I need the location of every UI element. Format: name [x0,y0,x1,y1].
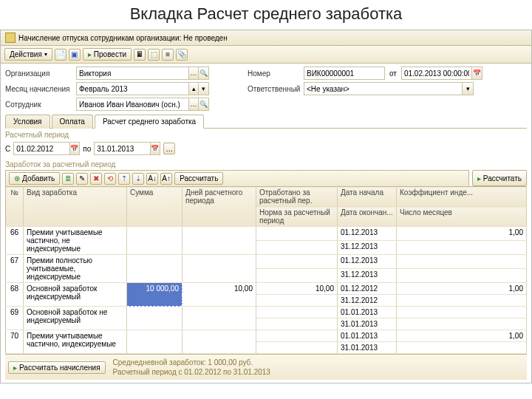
tab-conditions[interactable]: Условия [5,115,50,129]
edit-icon[interactable]: ✎ [76,173,88,185]
attach-icon[interactable]: 📎 [176,49,188,61]
org-field[interactable]: … 🔍 [76,66,209,80]
spin-up-icon[interactable]: ▴ [188,83,199,95]
app-window: Начисление отпуска сотрудникам организац… [0,30,532,383]
provesti-button[interactable]: ▸Провести [83,48,132,61]
col-days-rp[interactable]: Дней расчетного периода [183,187,256,227]
refresh-icon[interactable]: ⟲ [104,173,116,185]
sort-desc-icon[interactable]: A↑ [160,173,172,185]
new-icon[interactable]: 📄 [55,49,66,61]
org-input[interactable] [77,69,188,78]
period-to-field[interactable]: 📅 [94,142,160,155]
save-icon[interactable]: ▣ [69,49,81,61]
month-field[interactable]: ▴ ▾ [76,82,209,95]
calc-button[interactable]: Рассчитать [174,172,223,185]
calendar-icon[interactable]: 📅 [150,143,160,154]
add-button[interactable]: ⊕Добавить [9,172,60,185]
calendar-icon[interactable]: 📅 [69,143,80,154]
period-more-icon[interactable]: … [163,143,175,154]
lookup-icon[interactable]: … [188,98,199,110]
summary-text: Среднедневной заработок: 1 000,00 руб. Р… [113,358,270,377]
period-from-label: С [5,145,10,153]
col-n[interactable]: № [6,187,24,227]
col-months[interactable]: Число месяцев [397,207,527,227]
recalculate-button[interactable]: ▸Рассчитать начисления [8,361,106,374]
window-title-text: Начисление отпуска сотрудникам организац… [18,34,228,42]
table-row[interactable]: 68Основной заработок индексируемый10 000… [6,283,527,295]
date-field[interactable]: 📅 [401,66,482,80]
table-row[interactable]: 66Премии учитываемые частично, не индекс… [6,227,527,241]
col-norm[interactable]: Норма за расчетный период [256,207,338,227]
earnings-section-label: Заработок за расчетный период [5,158,527,170]
emp-field[interactable]: … 🔍 [76,98,209,111]
org-label: Организация [5,69,72,78]
col-date-end[interactable]: Дата окончан... [338,207,397,227]
list-icon[interactable]: ≡ [162,49,174,61]
main-toolbar: Действия▾ 📄 ▣ ▸Провести 🖩 ⬚ ≡ 📎 [1,46,531,64]
period-section-label: Расчетный период [5,129,527,140]
col-type[interactable]: Вид заработка [24,187,127,227]
sort-asc-icon[interactable]: A↓ [146,173,158,185]
col-date-start[interactable]: Дата начала [338,187,397,207]
earnings-grid[interactable]: № Вид заработка Сумма Дней расчетного пе… [5,186,527,354]
number-field[interactable] [304,66,385,80]
resp-field[interactable]: ▾ [304,82,474,95]
insert-row-icon[interactable]: ≣ [62,173,74,185]
open-icon[interactable]: 🔍 [198,67,208,79]
period-to-label: по [83,145,91,153]
period-from-field[interactable]: 📅 [13,142,80,155]
col-sum[interactable]: Сумма [127,187,183,227]
window-titlebar: Начисление отпуска сотрудникам организац… [1,30,531,46]
number-label: Номер [248,69,299,78]
month-label: Месяц начисления [5,85,72,93]
move-down-icon[interactable]: ⇣ [132,173,144,185]
table-row[interactable]: 70Премии учитываемые частично, индексиру… [6,330,527,342]
calendar-icon[interactable]: 📅 [471,67,482,79]
resp-label: Ответственный [248,85,299,93]
dropdown-icon[interactable]: ▾ [462,83,473,95]
footer-bar: ▸Рассчитать начисления Среднедневной зар… [5,354,527,380]
period-row: С 📅 по 📅 … [5,140,527,158]
window-icon [5,33,16,43]
lookup-icon[interactable]: … [188,67,199,79]
tab-average-calc[interactable]: Расчет среднего заработка [95,115,204,129]
hier-icon[interactable]: ⬚ [148,49,160,61]
dropdown-icon[interactable]: ▾ [198,83,208,95]
page-title: Вкладка Расчет среднего заработка [0,0,532,30]
calc-icon[interactable]: 🖩 [134,49,146,61]
table-row[interactable]: 67Премии полностью учитываемые, индексир… [6,255,527,269]
col-coef[interactable]: Коэффициент инде... [397,187,527,207]
actions-button[interactable]: Действия▾ [4,48,52,61]
tab-strip: Условия Оплата Расчет среднего заработка [5,114,527,129]
open-icon[interactable]: 🔍 [198,98,208,110]
grid-toolbar: ⊕Добавить ≣ ✎ ✖ ⟲ ⇡ ⇣ A↓ A↑ Рассчитать [5,170,469,186]
tab-payment[interactable]: Оплата [52,115,93,129]
table-row[interactable]: 69Основной заработок не индексируемый01.… [6,307,527,318]
move-up-icon[interactable]: ⇡ [118,173,130,185]
recalc-top-button[interactable]: ▸Рассчитать [472,170,527,186]
form-area: Организация … 🔍 Номер от 📅 Месяц начисле… [1,64,531,383]
date-from-label: от [389,69,397,78]
emp-label: Сотрудник [5,100,72,109]
delete-icon[interactable]: ✖ [90,173,102,185]
col-otr[interactable]: Отработано за расчетный пер. [256,187,338,207]
